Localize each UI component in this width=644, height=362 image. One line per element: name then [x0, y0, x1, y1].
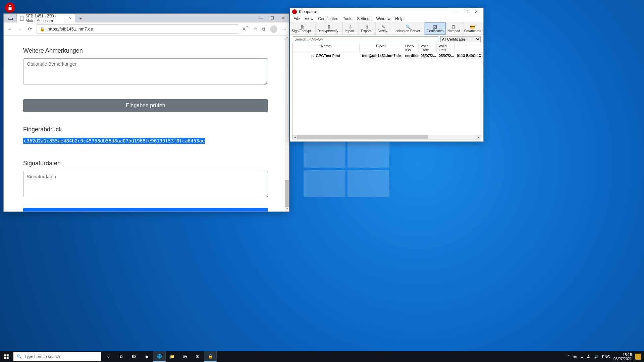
tray-language[interactable]: ENG — [602, 355, 610, 359]
toolbar-certificates[interactable]: 🖼Certificates — [425, 22, 446, 35]
scrollbar-thumb[interactable] — [285, 180, 289, 207]
save-data-button[interactable]: Daten speichern — [23, 208, 268, 212]
h-scrollbar[interactable]: ◂ ▸ — [292, 135, 481, 139]
favorites-icon[interactable]: ☆ — [254, 26, 258, 32]
start-button[interactable] — [0, 351, 13, 362]
col-userids[interactable]: User-IDs — [403, 43, 419, 53]
maximize-button[interactable]: ☐ — [461, 9, 471, 14]
toolbar-notepad[interactable]: 🗒Notepad — [446, 22, 463, 35]
scrollbar-track[interactable]: ▲ ▼ — [285, 36, 289, 212]
edge-toolbar: ← → ⟳ 🔒 https://sfb1451.inm7.de A⁀ ☆ ⧉ ⋯ — [4, 22, 289, 36]
remarks-label: Weitere Anmerkungen — [23, 47, 270, 54]
menu-window[interactable]: Window — [376, 16, 391, 21]
table-row[interactable]: ▷GPGTest First test@sfb1451.inm7.de cert… — [292, 53, 481, 58]
profile-avatar[interactable] — [270, 25, 277, 33]
check-inputs-button[interactable]: Eingaben prüfen — [23, 99, 268, 112]
cortana-icon[interactable]: ○ — [102, 351, 115, 362]
menu-help[interactable]: Help — [395, 16, 404, 21]
taskbar: 🔍 Type here to search ○ ⧉ 🖼 ◆ 🌐 📁 🛍 ✉ 🔒 … — [0, 351, 644, 362]
tray-volume-icon[interactable]: 🔊 — [594, 355, 599, 359]
tray-chevron-icon[interactable]: ˄ — [568, 355, 570, 359]
col-validfrom[interactable]: Valid From — [419, 43, 437, 53]
new-tab-button[interactable]: + — [76, 15, 85, 21]
menu-settings[interactable]: Settings — [357, 16, 371, 21]
vertical-tabs-button[interactable]: ▭ — [6, 14, 15, 22]
collections-icon[interactable]: ⧉ — [262, 26, 265, 32]
expand-icon[interactable]: ▷ — [312, 55, 314, 58]
taskbar-app-photos[interactable]: 🖼 — [127, 351, 140, 362]
cell-validfrom: 05/07/2... — [419, 53, 437, 58]
col-email[interactable]: E-Mail — [360, 43, 403, 53]
toolbar-smartcards[interactable]: 💳Smartcards — [462, 22, 483, 35]
menu-view[interactable]: View — [305, 16, 313, 21]
action-center-icon[interactable] — [635, 354, 641, 360]
toolbar-sign-encrypt[interactable]: 🗎Sign/Encrypt... — [290, 22, 316, 35]
toolbar-lookup-on-server[interactable]: 🔍Lookup on Server... — [392, 22, 425, 35]
col-name[interactable]: Name — [292, 43, 360, 53]
kleopatra-tray-icon[interactable] — [5, 3, 15, 13]
remarks-textarea[interactable] — [23, 58, 268, 84]
browser-tab[interactable]: SFB 1451 - Z03 - Motor Assessm × — [16, 14, 75, 22]
tray-clock[interactable]: 15:15 05/07/2021 — [613, 353, 632, 361]
url-text: https://sfb1451.inm7.de — [48, 26, 93, 32]
taskbar-app-store[interactable]: 🛍 — [178, 351, 191, 362]
toolbar-certify[interactable]: ✎Certify... — [376, 22, 392, 35]
menu-certificates[interactable]: Certificates — [318, 16, 338, 21]
tray-network-icon[interactable]: 🖧 — [587, 355, 591, 359]
signature-label: Signaturdaten — [23, 160, 270, 167]
taskbar-search[interactable]: 🔍 Type here to search — [13, 352, 101, 361]
tray-meet-icon[interactable]: ▭ — [573, 355, 577, 359]
signature-textarea[interactable] — [23, 171, 268, 197]
table-header[interactable]: Name E-Mail User-IDs Valid From Valid Un… — [292, 43, 481, 53]
toolbar-export[interactable]: ⇧Export... — [359, 22, 376, 35]
minimize-button[interactable]: ― — [255, 14, 266, 22]
certificate-filter-select[interactable]: All Certificates — [440, 36, 481, 42]
cell-email: test@sfb1451.inm7.de — [360, 53, 403, 58]
edge-window: ▭ SFB 1451 - Z03 - Motor Assessm × + ― ☐… — [3, 13, 289, 212]
minimize-button[interactable]: ― — [451, 9, 461, 14]
svg-rect-0 — [4, 354, 6, 356]
kleopatra-icon — [292, 9, 297, 14]
col-keyid[interactable] — [455, 43, 481, 53]
certificate-table: Name E-Mail User-IDs Valid From Valid Un… — [292, 43, 481, 139]
toolbar-import[interactable]: ⇩Import... — [343, 22, 359, 35]
kleopatra-window: Kleopatra ― ☐ ✕ File View Certificates T… — [290, 8, 484, 142]
edge-titlebar[interactable]: ▭ SFB 1451 - Z03 - Motor Assessm × + ― ☐… — [4, 14, 289, 22]
menu-tools[interactable]: Tools — [343, 16, 352, 21]
taskbar-app-mail[interactable]: ✉ — [191, 351, 204, 362]
lock-icon: 🔒 — [40, 26, 45, 32]
search-placeholder: Type here to search — [24, 354, 60, 359]
svg-rect-2 — [4, 357, 6, 359]
svg-rect-3 — [7, 357, 9, 359]
taskbar-app-kleopatra[interactable]: 🔒 — [204, 351, 217, 362]
back-button[interactable]: ← — [6, 26, 13, 32]
settings-menu-icon[interactable]: ⋯ — [282, 26, 286, 32]
cell-keyid: 9113 B40C 4C58 4 — [455, 53, 481, 58]
toolbar-decrypt-verify[interactable]: 🗎Decrypt/Verify... — [316, 22, 343, 35]
address-bar[interactable]: 🔒 https://sfb1451.inm7.de — [37, 24, 239, 34]
search-icon: 🔍 — [17, 354, 22, 359]
kleopatra-menubar: File View Certificates Tools Settings Wi… — [290, 15, 483, 22]
cell-name: GPGTest First — [316, 54, 340, 58]
tray-onedrive-icon[interactable]: ☁ — [580, 355, 584, 359]
read-aloud-icon[interactable]: A⁀ — [243, 26, 249, 32]
cell-validuntil: 05/07/2... — [437, 53, 455, 58]
cell-userids: certified — [403, 53, 419, 58]
kleopatra-titlebar[interactable]: Kleopatra ― ☐ ✕ — [290, 8, 483, 15]
menu-file[interactable]: File — [293, 16, 300, 21]
taskbar-app-explorer[interactable]: 📁 — [166, 351, 178, 362]
fingerprint-value[interactable]: c362d2a1c855ae484b2c0c45758db58d8aa07bd1… — [23, 138, 205, 144]
col-validuntil[interactable]: Valid Until — [437, 43, 455, 53]
h-scroll-thumb[interactable] — [297, 135, 428, 139]
close-button[interactable]: ✕ — [278, 14, 289, 22]
svg-rect-1 — [7, 354, 9, 356]
maximize-button[interactable]: ☐ — [266, 14, 278, 22]
refresh-button[interactable]: ⟳ — [26, 26, 33, 32]
forward-button: → — [16, 26, 23, 32]
task-view-icon[interactable]: ⧉ — [115, 351, 127, 362]
close-tab-icon[interactable]: × — [69, 16, 71, 21]
taskbar-app-edge[interactable]: 🌐 — [153, 351, 166, 362]
taskbar-app-git[interactable]: ◆ — [140, 351, 153, 362]
certificate-search-input[interactable] — [293, 36, 438, 42]
close-button[interactable]: ✕ — [471, 9, 481, 14]
